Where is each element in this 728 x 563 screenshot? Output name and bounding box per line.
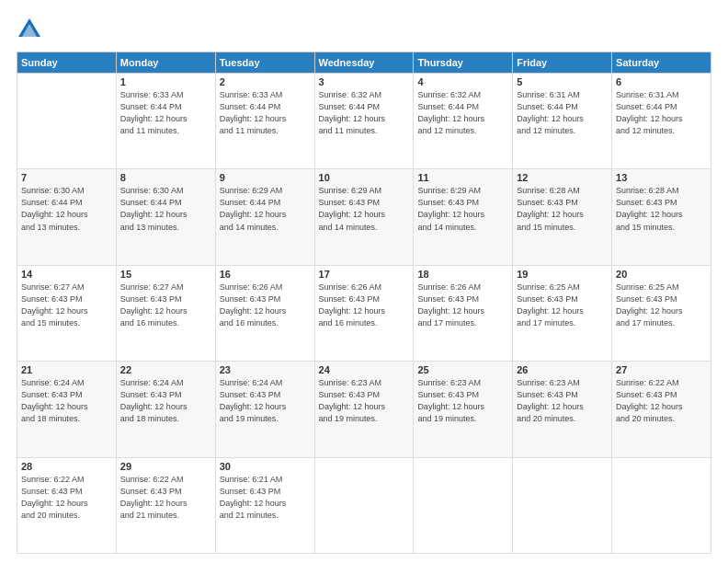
day-info: Sunrise: 6:30 AM Sunset: 6:44 PM Dayligh… [120, 185, 211, 233]
calendar-cell: 26Sunrise: 6:23 AM Sunset: 6:43 PM Dayli… [513, 362, 612, 457]
calendar-cell [414, 457, 513, 553]
column-header-thursday: Thursday [414, 52, 513, 74]
day-info: Sunrise: 6:32 AM Sunset: 6:44 PM Dayligh… [319, 89, 410, 137]
day-number: 9 [220, 172, 311, 183]
calendar-cell [513, 457, 612, 553]
day-info: Sunrise: 6:29 AM Sunset: 6:43 PM Dayligh… [319, 185, 410, 233]
day-number: 6 [616, 76, 707, 87]
week-row-1: 7Sunrise: 6:30 AM Sunset: 6:44 PM Daylig… [17, 169, 711, 265]
calendar-cell: 20Sunrise: 6:25 AM Sunset: 6:43 PM Dayli… [612, 265, 711, 361]
week-row-3: 21Sunrise: 6:24 AM Sunset: 6:43 PM Dayli… [17, 362, 711, 457]
calendar-cell: 16Sunrise: 6:26 AM Sunset: 6:43 PM Dayli… [215, 265, 314, 361]
calendar-table: SundayMondayTuesdayWednesdayThursdayFrid… [17, 52, 711, 554]
day-number: 10 [319, 172, 410, 183]
day-info: Sunrise: 6:31 AM Sunset: 6:44 PM Dayligh… [616, 89, 707, 137]
day-number: 15 [120, 269, 211, 280]
day-number: 17 [319, 269, 410, 280]
calendar-cell: 11Sunrise: 6:29 AM Sunset: 6:43 PM Dayli… [414, 169, 513, 265]
day-number: 3 [319, 76, 410, 87]
day-info: Sunrise: 6:26 AM Sunset: 6:43 PM Dayligh… [220, 282, 311, 329]
calendar-cell: 21Sunrise: 6:24 AM Sunset: 6:43 PM Dayli… [17, 362, 117, 457]
calendar-cell: 30Sunrise: 6:21 AM Sunset: 6:43 PM Dayli… [215, 457, 314, 553]
day-info: Sunrise: 6:28 AM Sunset: 6:43 PM Dayligh… [616, 185, 707, 233]
week-row-0: 1Sunrise: 6:33 AM Sunset: 6:44 PM Daylig… [17, 74, 711, 169]
day-info: Sunrise: 6:21 AM Sunset: 6:43 PM Dayligh… [220, 474, 311, 522]
calendar-cell: 14Sunrise: 6:27 AM Sunset: 6:43 PM Dayli… [17, 265, 117, 361]
day-number: 1 [120, 76, 211, 87]
calendar-cell [17, 74, 117, 169]
day-info: Sunrise: 6:26 AM Sunset: 6:43 PM Dayligh… [319, 282, 410, 329]
calendar-cell: 28Sunrise: 6:22 AM Sunset: 6:43 PM Dayli… [17, 457, 117, 553]
column-header-wednesday: Wednesday [314, 52, 414, 74]
calendar-cell [314, 457, 414, 553]
calendar-cell: 13Sunrise: 6:28 AM Sunset: 6:43 PM Dayli… [612, 169, 711, 265]
column-headers-row: SundayMondayTuesdayWednesdayThursdayFrid… [17, 52, 711, 74]
column-header-tuesday: Tuesday [215, 52, 314, 74]
calendar-cell: 3Sunrise: 6:32 AM Sunset: 6:44 PM Daylig… [314, 74, 414, 169]
day-number: 19 [517, 269, 608, 280]
week-row-2: 14Sunrise: 6:27 AM Sunset: 6:43 PM Dayli… [17, 265, 711, 361]
calendar-cell: 12Sunrise: 6:28 AM Sunset: 6:43 PM Dayli… [513, 169, 612, 265]
column-header-monday: Monday [116, 52, 215, 74]
calendar-cell [612, 457, 711, 553]
day-number: 26 [517, 364, 608, 375]
day-number: 21 [21, 364, 112, 375]
day-info: Sunrise: 6:31 AM Sunset: 6:44 PM Dayligh… [517, 89, 608, 137]
calendar-cell: 5Sunrise: 6:31 AM Sunset: 6:44 PM Daylig… [513, 74, 612, 169]
day-number: 28 [21, 461, 112, 472]
logo-icon [17, 17, 42, 42]
day-info: Sunrise: 6:26 AM Sunset: 6:43 PM Dayligh… [417, 282, 508, 329]
day-number: 7 [21, 172, 112, 183]
day-info: Sunrise: 6:22 AM Sunset: 6:43 PM Dayligh… [120, 474, 211, 522]
day-number: 23 [220, 364, 311, 375]
calendar-cell: 22Sunrise: 6:24 AM Sunset: 6:43 PM Dayli… [116, 362, 215, 457]
day-info: Sunrise: 6:24 AM Sunset: 6:43 PM Dayligh… [120, 377, 211, 425]
day-info: Sunrise: 6:29 AM Sunset: 6:43 PM Dayligh… [417, 185, 508, 233]
day-number: 27 [616, 364, 707, 375]
day-info: Sunrise: 6:25 AM Sunset: 6:43 PM Dayligh… [616, 282, 707, 329]
calendar-cell: 2Sunrise: 6:33 AM Sunset: 6:44 PM Daylig… [215, 74, 314, 169]
day-info: Sunrise: 6:22 AM Sunset: 6:43 PM Dayligh… [21, 474, 112, 522]
day-info: Sunrise: 6:29 AM Sunset: 6:44 PM Dayligh… [220, 185, 311, 233]
day-info: Sunrise: 6:28 AM Sunset: 6:43 PM Dayligh… [517, 185, 608, 233]
day-number: 30 [220, 461, 311, 472]
day-info: Sunrise: 6:23 AM Sunset: 6:43 PM Dayligh… [417, 377, 508, 425]
page: SundayMondayTuesdayWednesdayThursdayFrid… [0, 0, 728, 563]
day-number: 5 [517, 76, 608, 87]
header [17, 17, 711, 42]
day-number: 16 [220, 269, 311, 280]
column-header-saturday: Saturday [612, 52, 711, 74]
calendar-cell: 25Sunrise: 6:23 AM Sunset: 6:43 PM Dayli… [414, 362, 513, 457]
calendar-cell: 6Sunrise: 6:31 AM Sunset: 6:44 PM Daylig… [612, 74, 711, 169]
day-info: Sunrise: 6:23 AM Sunset: 6:43 PM Dayligh… [517, 377, 608, 425]
calendar-cell: 18Sunrise: 6:26 AM Sunset: 6:43 PM Dayli… [414, 265, 513, 361]
day-number: 22 [120, 364, 211, 375]
day-number: 29 [120, 461, 211, 472]
calendar-cell: 23Sunrise: 6:24 AM Sunset: 6:43 PM Dayli… [215, 362, 314, 457]
day-info: Sunrise: 6:22 AM Sunset: 6:43 PM Dayligh… [616, 377, 707, 425]
day-info: Sunrise: 6:24 AM Sunset: 6:43 PM Dayligh… [220, 377, 311, 425]
calendar-cell: 9Sunrise: 6:29 AM Sunset: 6:44 PM Daylig… [215, 169, 314, 265]
day-info: Sunrise: 6:32 AM Sunset: 6:44 PM Dayligh… [417, 89, 508, 137]
week-row-4: 28Sunrise: 6:22 AM Sunset: 6:43 PM Dayli… [17, 457, 711, 553]
day-info: Sunrise: 6:27 AM Sunset: 6:43 PM Dayligh… [21, 282, 112, 329]
calendar-cell: 17Sunrise: 6:26 AM Sunset: 6:43 PM Dayli… [314, 265, 414, 361]
day-info: Sunrise: 6:33 AM Sunset: 6:44 PM Dayligh… [120, 89, 211, 137]
day-info: Sunrise: 6:33 AM Sunset: 6:44 PM Dayligh… [220, 89, 311, 137]
calendar-cell: 7Sunrise: 6:30 AM Sunset: 6:44 PM Daylig… [17, 169, 117, 265]
day-number: 12 [517, 172, 608, 183]
day-info: Sunrise: 6:25 AM Sunset: 6:43 PM Dayligh… [517, 282, 608, 329]
calendar-cell: 10Sunrise: 6:29 AM Sunset: 6:43 PM Dayli… [314, 169, 414, 265]
day-number: 14 [21, 269, 112, 280]
day-number: 8 [120, 172, 211, 183]
column-header-friday: Friday [513, 52, 612, 74]
day-number: 18 [417, 269, 508, 280]
day-info: Sunrise: 6:27 AM Sunset: 6:43 PM Dayligh… [120, 282, 211, 329]
calendar-cell: 27Sunrise: 6:22 AM Sunset: 6:43 PM Dayli… [612, 362, 711, 457]
calendar-cell: 15Sunrise: 6:27 AM Sunset: 6:43 PM Dayli… [116, 265, 215, 361]
calendar-cell: 29Sunrise: 6:22 AM Sunset: 6:43 PM Dayli… [116, 457, 215, 553]
day-info: Sunrise: 6:30 AM Sunset: 6:44 PM Dayligh… [21, 185, 112, 233]
calendar-cell: 1Sunrise: 6:33 AM Sunset: 6:44 PM Daylig… [116, 74, 215, 169]
day-info: Sunrise: 6:23 AM Sunset: 6:43 PM Dayligh… [319, 377, 410, 425]
logo [17, 17, 46, 42]
